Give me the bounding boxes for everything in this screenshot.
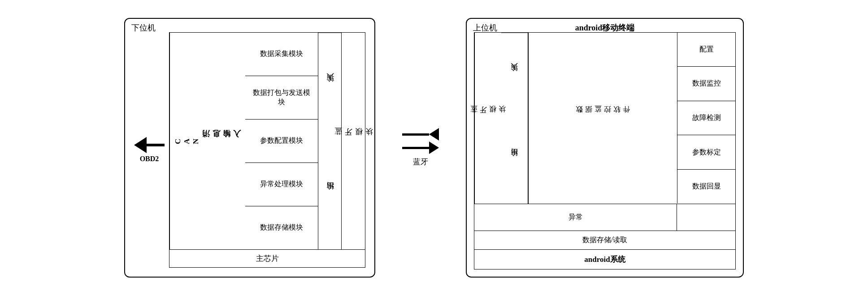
lower-machine-top: CAN消息输入 数据采集模块 数据打包与发送模块 参数配置模块 异常处理模块 xyxy=(169,32,365,250)
module-param-config: 参数配置模块 xyxy=(245,120,318,163)
modules-column: 数据采集模块 数据打包与发送模块 参数配置模块 异常处理模块 数据存储模块 xyxy=(245,33,318,249)
upper-inner: 蓝牙模块 输入 输出 数据监控软件 xyxy=(474,32,736,269)
shaft-left xyxy=(402,133,429,136)
menu-config: 配置 xyxy=(677,33,735,67)
double-arrow xyxy=(402,128,439,154)
data-monitor-software: 数据监控软件 xyxy=(528,33,677,204)
module-pack-send: 数据打包与发送模块 xyxy=(245,76,318,120)
obd2-arrow xyxy=(134,137,165,153)
yichang-row: 异常 xyxy=(474,204,735,231)
shaft-right xyxy=(402,147,429,149)
module-data-collect: 数据采集模块 xyxy=(245,33,318,76)
upper-top: 蓝牙模块 输入 输出 数据监控软件 xyxy=(474,33,735,204)
main-chip-label: 主芯片 xyxy=(169,250,365,268)
yichang-cell: 异常 xyxy=(474,204,677,231)
obd2-area: OBD2 xyxy=(134,137,165,163)
menu-param-calib: 参数标定 xyxy=(677,135,735,170)
arrow-right xyxy=(402,141,439,154)
obd2-shaft xyxy=(147,144,165,146)
android-system-row: android系统 xyxy=(474,250,735,269)
menu-data-playback: 数据回显 xyxy=(677,170,735,204)
output-cell-left: 输出 xyxy=(318,141,341,249)
module-exception: 异常处理模块 xyxy=(245,163,318,206)
input-cell-left: 输入 xyxy=(318,33,341,141)
module-storage: 数据存储模块 xyxy=(245,206,318,249)
can-label: CAN消息输入 xyxy=(174,137,242,144)
bt-label-left: 蓝牙模块 xyxy=(342,33,365,249)
android-title: android移动终端 xyxy=(575,22,635,33)
menu-fault-detect: 故障检测 xyxy=(677,101,735,136)
arrowhead-left xyxy=(429,128,439,141)
right-menu-section: 配置 数据监控 故障检测 参数标定 数据回显 xyxy=(677,33,735,204)
menu-data-monitor: 数据监控 xyxy=(677,67,735,101)
storage-row: 数据存储/读取 xyxy=(474,231,735,250)
yichang-right-placeholder xyxy=(677,204,735,231)
obd2-label: OBD2 xyxy=(140,155,159,163)
lower-machine-box: 下位机 OBD2 CAN消息输入 数据采集模块 xyxy=(124,18,375,278)
lower-machine-inner: CAN消息输入 数据采集模块 数据打包与发送模块 参数配置模块 异常处理模块 xyxy=(169,32,365,268)
arrow-left xyxy=(402,128,439,141)
obd2-arrowhead xyxy=(134,137,147,153)
upper-machine-label: 上位机 xyxy=(473,22,497,33)
arrowhead-right xyxy=(429,141,439,154)
lower-machine-label: 下位机 xyxy=(131,22,156,33)
main-container: 下位机 OBD2 CAN消息输入 数据采集模块 xyxy=(0,0,868,295)
bt-arrow-label: 蓝牙 xyxy=(413,157,428,167)
bt-arrow-area: 蓝牙 xyxy=(402,128,439,167)
upper-machine-box: 上位机 android移动终端 蓝牙模块 输入 输出 xyxy=(466,18,744,278)
bt-module-right: 蓝牙模块 xyxy=(474,33,501,204)
output-right: 输出 xyxy=(501,118,528,204)
io-section-right: 输入 输出 xyxy=(501,33,528,204)
can-text-cell: CAN消息输入 xyxy=(169,33,245,249)
bt-module-left: 蓝牙模块 xyxy=(342,33,365,249)
input-right: 输入 xyxy=(501,33,528,119)
